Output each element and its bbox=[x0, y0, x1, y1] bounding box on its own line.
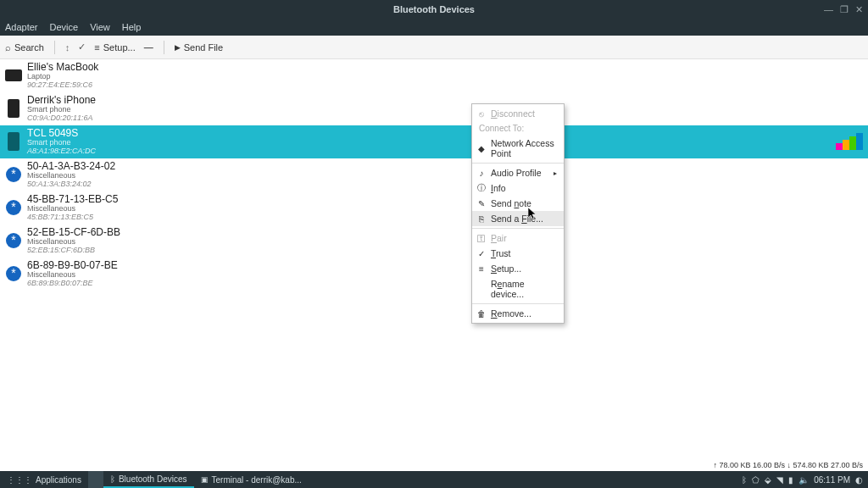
separator bbox=[472, 163, 564, 164]
menu-remove[interactable]: 🗑Remove... bbox=[472, 306, 564, 321]
signal-badge bbox=[836, 133, 863, 150]
device-mac: 6B:89:B9:B0:07:BE bbox=[27, 280, 118, 288]
taskbar-label: Bluetooth Devices bbox=[119, 474, 187, 484]
device-mac: 52:EB:15:CF:6D:BB bbox=[27, 247, 120, 255]
apps-label: Applications bbox=[36, 475, 81, 485]
toolbar: ⌕ Search ↕ ✓ ≡ Setup... — ▶ Send File bbox=[0, 36, 868, 59]
remove-button[interactable]: — bbox=[144, 42, 153, 53]
taskbar-show-desktop[interactable] bbox=[88, 471, 103, 488]
device-row[interactable]: 50-A1-3A-B3-24-02Miscellaneous50:A1:3A:B… bbox=[0, 158, 868, 191]
trash-icon: 🗑 bbox=[476, 309, 487, 319]
minimize-button[interactable]: — bbox=[824, 4, 833, 15]
device-icon bbox=[5, 263, 22, 284]
device-row[interactable]: 45-BB-71-13-EB-C5Miscellaneous45:BB:71:1… bbox=[0, 191, 868, 225]
network-status: ↑ 78.00 KB 16.00 B/s ↓ 574.80 KB 27.00 B… bbox=[713, 461, 863, 469]
device-icon bbox=[5, 98, 22, 119]
menu-adapter[interactable]: Adapter bbox=[5, 22, 38, 32]
note-icon: ✎ bbox=[476, 199, 487, 208]
device-icon bbox=[5, 164, 22, 185]
separator bbox=[472, 228, 564, 229]
setup-label: Setup... bbox=[103, 42, 136, 53]
tray-battery-icon[interactable]: ▮ bbox=[788, 475, 793, 485]
taskbar: ⋮⋮⋮ Applications ᛒ Bluetooth Devices ▣ T… bbox=[0, 471, 868, 488]
bluetooth-icon: ᛒ bbox=[110, 474, 115, 484]
tray-wifi-icon[interactable]: ◥ bbox=[776, 475, 783, 485]
terminal-icon: ▣ bbox=[201, 475, 209, 484]
device-row[interactable]: TCL 5049SSmart phoneA8:A1:98:E2:CA:DC bbox=[0, 125, 868, 158]
play-icon: ▶ bbox=[175, 43, 181, 52]
tray-network-icon[interactable]: ⬙ bbox=[765, 475, 771, 485]
device-row[interactable]: Ellie's MacBookLaptop90:27:E4:EE:59:C6 bbox=[0, 59, 868, 92]
tray-dropbox-icon[interactable]: ⬠ bbox=[752, 475, 760, 485]
cursor-icon bbox=[528, 208, 537, 219]
send-file-button[interactable]: ▶ Send File bbox=[175, 42, 223, 53]
taskbar-item-bluetooth[interactable]: ᛒ Bluetooth Devices bbox=[103, 471, 194, 488]
menubar: Adapter Device View Help bbox=[0, 19, 868, 36]
maximize-button[interactable]: ❐ bbox=[840, 4, 849, 15]
taskbar-item-terminal[interactable]: ▣ Terminal - derrik@kab... bbox=[194, 471, 309, 488]
device-icon bbox=[5, 65, 22, 86]
menu-send-a-file[interactable]: ⎘Send a File... bbox=[472, 211, 564, 226]
separator bbox=[54, 41, 55, 54]
tray-clock[interactable]: 06:11 PM bbox=[814, 475, 850, 485]
menu-rename[interactable]: Rename device... bbox=[472, 276, 564, 302]
menu-nap[interactable]: ◆Network Access Point bbox=[472, 136, 564, 161]
separator bbox=[472, 303, 564, 304]
separator bbox=[164, 41, 164, 54]
check-button[interactable]: ✓ bbox=[78, 42, 86, 53]
menu-setup[interactable]: ≡Setup... bbox=[472, 261, 564, 276]
network-icon: ◆ bbox=[476, 144, 487, 153]
search-label: Search bbox=[14, 42, 44, 53]
file-icon: ⎘ bbox=[476, 214, 487, 224]
device-mac: 45:BB:71:13:EB:C5 bbox=[27, 214, 118, 222]
applications-menu[interactable]: ⋮⋮⋮ Applications bbox=[0, 471, 88, 488]
trust-icon: ✓ bbox=[476, 249, 487, 258]
pair-icon: ⚿ bbox=[476, 234, 487, 243]
audio-icon: ♪ bbox=[476, 169, 487, 178]
menu-info[interactable]: ⓘInfo bbox=[472, 180, 564, 196]
menu-device[interactable]: Device bbox=[50, 22, 79, 32]
disconnect-icon: ⎋ bbox=[476, 109, 487, 119]
setup-icon: ≡ bbox=[476, 264, 487, 274]
device-row[interactable]: 6B-89-B9-B0-07-BEMiscellaneous6B:89:B9:B… bbox=[0, 258, 868, 291]
submenu-arrow-icon: ▸ bbox=[554, 169, 557, 177]
device-mac: C0:9A:D0:20:11:6A bbox=[27, 114, 96, 123]
tray-user-icon[interactable]: ◐ bbox=[855, 475, 863, 485]
device-mac: 50:A1:3A:B3:24:02 bbox=[27, 180, 115, 189]
context-menu: ⎋Disconnect Connect To: ◆Network Access … bbox=[471, 103, 565, 324]
device-icon bbox=[5, 230, 22, 251]
menu-send-note[interactable]: ✎Send note bbox=[472, 196, 564, 211]
apps-icon: ⋮⋮⋮ bbox=[7, 475, 32, 485]
window-title: Bluetooth Devices bbox=[0, 4, 868, 14]
titlebar: Bluetooth Devices — ❐ ✕ bbox=[0, 0, 868, 19]
menu-trust[interactable]: ✓Trust bbox=[472, 246, 564, 261]
list-icon: ≡ bbox=[94, 42, 99, 53]
device-list[interactable]: Ellie's MacBookLaptop90:27:E4:EE:59:C6De… bbox=[0, 59, 868, 471]
search-icon: ⌕ bbox=[5, 42, 11, 53]
device-row[interactable]: Derrik's iPhoneSmart phoneC0:9A:D0:20:11… bbox=[0, 92, 868, 125]
menu-help[interactable]: Help bbox=[122, 22, 142, 32]
close-button[interactable]: ✕ bbox=[855, 4, 863, 15]
taskbar-label: Terminal - derrik@kab... bbox=[212, 475, 302, 485]
device-mac: 90:27:E4:EE:59:C6 bbox=[27, 81, 98, 90]
device-row[interactable]: 52-EB-15-CF-6D-BBMiscellaneous52:EB:15:C… bbox=[0, 225, 868, 258]
menu-pair: ⚿Pair bbox=[472, 230, 564, 246]
menu-audio-profile[interactable]: ♪Audio Profile▸ bbox=[472, 165, 564, 180]
device-icon bbox=[5, 131, 22, 152]
search-button[interactable]: ⌕ Search bbox=[5, 42, 44, 53]
tray-bluetooth-icon[interactable]: ᛒ bbox=[742, 475, 747, 485]
sort-button[interactable]: ↕ bbox=[65, 42, 70, 53]
menu-disconnect: ⎋Disconnect bbox=[472, 106, 564, 121]
menu-connect-to-header: Connect To: bbox=[472, 121, 564, 136]
device-mac: A8:A1:98:E2:CA:DC bbox=[27, 147, 96, 156]
send-file-label: Send File bbox=[184, 42, 223, 53]
device-icon bbox=[5, 197, 22, 218]
setup-button[interactable]: ≡ Setup... bbox=[94, 42, 135, 53]
menu-view[interactable]: View bbox=[90, 22, 110, 32]
info-icon: ⓘ bbox=[476, 182, 487, 194]
tray-volume-icon[interactable]: 🔈 bbox=[798, 475, 809, 485]
